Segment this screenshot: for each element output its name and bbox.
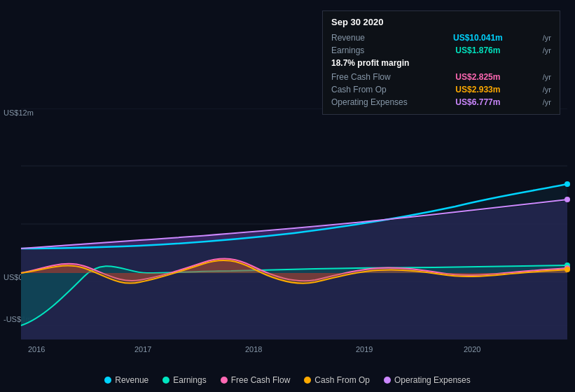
tooltip-row-earnings: Earnings US$1.876m /yr — [331, 44, 551, 57]
tooltip-value-fcf: US$2.825m — [455, 72, 500, 82]
legend-dot-cashop — [304, 377, 311, 384]
tooltip-value-cashop: US$2.933m — [455, 85, 500, 94]
tooltip-title: Sep 30 2020 — [331, 17, 551, 27]
legend-label-earnings: Earnings — [173, 375, 206, 385]
legend-dot-fcf — [221, 377, 228, 384]
tooltip-row-opex: Operating Expenses US$6.777m /yr — [331, 96, 551, 108]
legend: Revenue Earnings Free Cash Flow Cash Fro… — [0, 375, 575, 385]
legend-label-fcf: Free Cash Flow — [231, 375, 291, 385]
legend-label-cashop: Cash From Op — [314, 375, 370, 385]
legend-label-opex: Operating Expenses — [394, 375, 471, 385]
chart-area: Sep 30 2020 Revenue US$10.041m /yr Earni… — [0, 0, 575, 392]
tooltip-label-revenue: Revenue — [331, 33, 415, 43]
tooltip-label-fcf: Free Cash Flow — [331, 72, 415, 82]
legend-dot-opex — [384, 377, 391, 384]
tooltip-label-earnings: Earnings — [331, 46, 415, 55]
svg-point-10 — [564, 267, 570, 272]
tooltip-box: Sep 30 2020 Revenue US$10.041m /yr Earni… — [322, 10, 560, 115]
legend-dot-earnings — [162, 377, 169, 384]
tooltip-row-fcf: Free Cash Flow US$2.825m /yr — [331, 71, 551, 83]
tooltip-row-cashop: Cash From Op US$2.933m /yr — [331, 83, 551, 96]
tooltip-suffix-revenue: /yr — [543, 34, 551, 42]
legend-item-earnings[interactable]: Earnings — [162, 375, 206, 385]
x-label-2019: 2019 — [356, 345, 373, 354]
legend-item-revenue[interactable]: Revenue — [104, 375, 148, 385]
tooltip-label-cashop: Cash From Op — [331, 85, 415, 94]
legend-label-revenue: Revenue — [115, 375, 148, 385]
tooltip-row-revenue: Revenue US$10.041m /yr — [331, 31, 551, 44]
legend-item-opex[interactable]: Operating Expenses — [384, 375, 471, 385]
svg-point-6 — [564, 181, 570, 187]
tooltip-margin: 18.7% profit margin — [331, 57, 551, 71]
legend-item-fcf[interactable]: Free Cash Flow — [221, 375, 291, 385]
tooltip-suffix-cashop: /yr — [543, 85, 551, 94]
tooltip-value-opex: US$6.777m — [455, 97, 500, 107]
chart-svg — [0, 108, 575, 340]
x-label-2020: 2020 — [464, 345, 480, 354]
tooltip-label-opex: Operating Expenses — [331, 97, 415, 107]
tooltip-suffix-earnings: /yr — [543, 46, 551, 55]
tooltip-suffix-fcf: /yr — [543, 73, 551, 81]
svg-point-7 — [564, 197, 570, 202]
tooltip-value-earnings: US$1.876m — [455, 46, 500, 55]
tooltip-value-revenue: US$10.041m — [453, 33, 503, 43]
legend-item-cashop[interactable]: Cash From Op — [304, 375, 370, 385]
x-label-2018: 2018 — [245, 345, 262, 354]
x-label-2017: 2017 — [134, 345, 151, 354]
tooltip-suffix-opex: /yr — [543, 98, 551, 106]
x-label-2016: 2016 — [28, 345, 45, 354]
legend-dot-revenue — [104, 377, 111, 384]
